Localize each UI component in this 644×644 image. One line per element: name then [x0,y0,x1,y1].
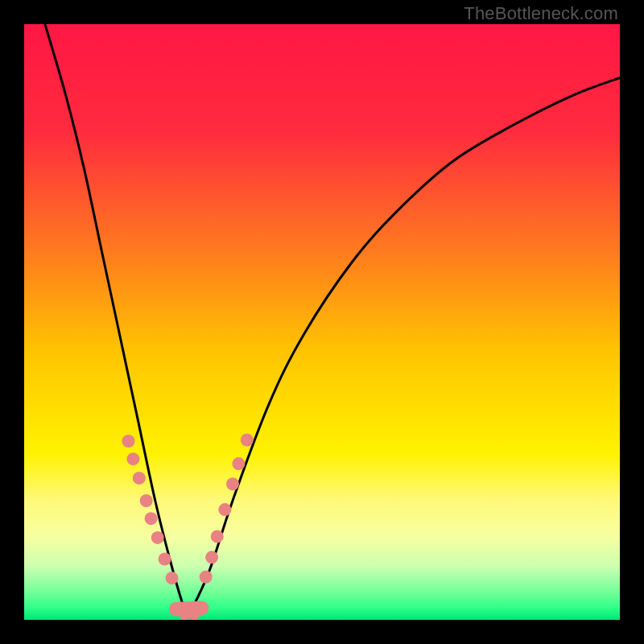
data-marker [159,553,171,566]
data-marker [140,494,153,507]
curve-right-branch [188,78,621,617]
curve-group [45,24,620,617]
data-marker [151,531,164,544]
data-marker [133,472,146,485]
data-marker [226,477,239,490]
data-marker [196,602,208,614]
data-marker [241,434,254,447]
data-marker [200,571,213,584]
data-marker [205,551,218,564]
data-marker [122,435,135,448]
data-marker [211,530,224,543]
data-marker [145,512,158,525]
watermark-text: TheBottleneck.com [464,3,618,24]
plot-area [24,24,620,620]
data-marker [218,503,231,516]
curve-layer [24,24,620,620]
data-marker [232,457,245,470]
curve-left-branch [45,24,188,617]
marker-group [122,434,254,620]
data-marker [166,572,179,584]
data-marker [126,452,139,465]
